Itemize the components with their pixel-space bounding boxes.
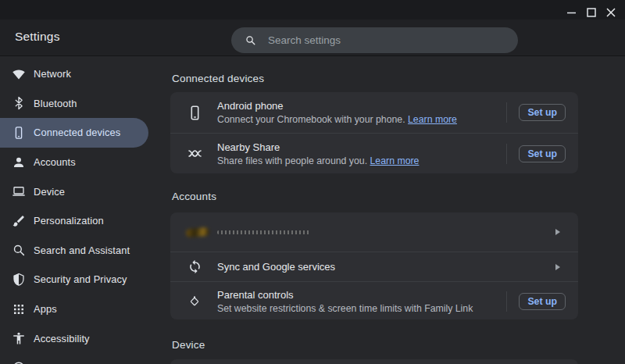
accessibility-icon [12,331,26,345]
android-phone-text: Android phone Connect your Chromebook wi… [217,100,457,125]
sidebar-item-label: Search and Assistant [34,244,130,256]
connected-devices-card: Android phone Connect your Chromebook wi… [170,92,578,173]
sidebar-item-security-and-privacy[interactable]: Security and Privacy [0,265,170,294]
window-caption-bar [0,0,625,20]
apps-grid-icon [12,302,26,316]
row-divider-vertical [506,102,507,123]
description-text: Share files with people around you. [217,155,367,166]
brush-icon [12,214,26,228]
sidebar-item-label: Device [34,186,65,198]
row-divider-vertical [506,144,507,164]
chevron-right-icon[interactable] [555,229,560,235]
section-title-accounts: Accounts [172,191,216,202]
parental-controls-text: Parental controls Set website restrictio… [217,289,473,314]
sidebar-item-personalization[interactable]: Personalization [0,206,170,236]
learn-more-link[interactable]: Learn more [370,155,420,166]
redacted-account-email [217,230,311,234]
android-phone-setup-button[interactable]: Set up [519,104,566,121]
parental-controls-row[interactable]: Parental controls Set website restrictio… [170,281,578,319]
search-icon [245,34,256,46]
smartphone-icon [12,126,26,140]
page-title: Settings [15,30,60,44]
sidebar-item-label: Connected devices [34,127,120,138]
device-card [170,359,578,364]
sidebar-item-label: Bluetooth [34,98,77,109]
avatar [186,227,210,237]
chrome-icon [12,361,26,364]
sidebar-item-about-chromeos[interactable]: About ChromeOS [0,353,170,364]
android-phone-icon [185,105,204,121]
sync-and-google-services-row[interactable]: Sync and Google services [170,252,578,281]
laptop-icon [12,184,26,198]
minimize-icon[interactable] [566,7,577,18]
window-controls [566,7,616,18]
parental-controls-setup-button[interactable]: Set up [519,293,566,310]
account-row-redacted[interactable] [170,212,578,252]
sidebar-item-apps[interactable]: Apps [0,294,170,324]
settings-content: Connected devices Android phone Connect … [170,55,625,364]
sidebar-item-bluetooth[interactable]: Bluetooth [0,89,170,119]
search-icon [12,243,26,257]
nearby-share-setup-button[interactable]: Set up [519,145,566,162]
bluetooth-icon [12,96,26,110]
nearby-share-icon [185,146,204,161]
sync-text: Sync and Google services [217,261,335,273]
nearby-share-text: Nearby Share Share files with people aro… [217,141,419,166]
android-phone-row[interactable]: Android phone Connect your Chromebook wi… [170,92,578,133]
search-bar[interactable] [231,27,518,53]
sidebar-item-label: Accounts [34,156,76,168]
row-title: Sync and Google services [217,261,335,273]
sync-icon [185,259,204,274]
nearby-share-row[interactable]: Nearby Share Share files with people aro… [170,133,578,173]
app-header: Settings [0,20,625,56]
row-description: Connect your Chromebook with your phone.… [217,114,457,125]
sidebar-item-label: Personalization [34,215,104,227]
learn-more-link[interactable]: Learn more [408,114,457,125]
section-title-connected-devices: Connected devices [172,73,264,84]
sidebar-item-device[interactable]: Device [0,177,170,206]
sidebar-item-accessibility[interactable]: Accessibility [0,323,170,353]
row-title: Nearby Share [217,141,419,153]
shield-icon [12,273,26,287]
sidebar-item-label: Apps [34,303,57,315]
maximize-icon[interactable] [586,7,597,18]
row-title: Parental controls [217,289,473,301]
parental-controls-icon [185,294,204,309]
sidebar-item-accounts[interactable]: Accounts [0,148,170,177]
row-description: Share files with people around you. Lear… [217,155,419,166]
row-description: Set website restrictions & screen time l… [217,303,473,314]
sidebar-nav: Network Bluetooth Connected devices Acco… [0,55,170,364]
row-title: Android phone [217,100,457,112]
sidebar-item-search-and-assistant[interactable]: Search and Assistant [0,236,170,266]
search-input[interactable] [266,34,505,47]
sidebar-item-label: Accessibility [34,333,90,344]
close-icon[interactable] [605,7,616,18]
description-text: Connect your Chromebook with your phone. [217,114,405,125]
wifi-icon [12,67,26,81]
sidebar-item-label: Network [34,68,71,80]
sidebar-item-label: Security and Privacy [34,273,127,285]
accounts-card: Sync and Google services Parental contro… [170,212,578,319]
section-title-device: Device [172,339,205,351]
chevron-right-icon[interactable] [555,264,560,270]
person-icon [12,155,26,170]
row-divider-vertical [506,291,507,312]
sidebar-item-network[interactable]: Network [0,59,170,89]
sidebar-item-connected-devices[interactable]: Connected devices [0,118,170,148]
